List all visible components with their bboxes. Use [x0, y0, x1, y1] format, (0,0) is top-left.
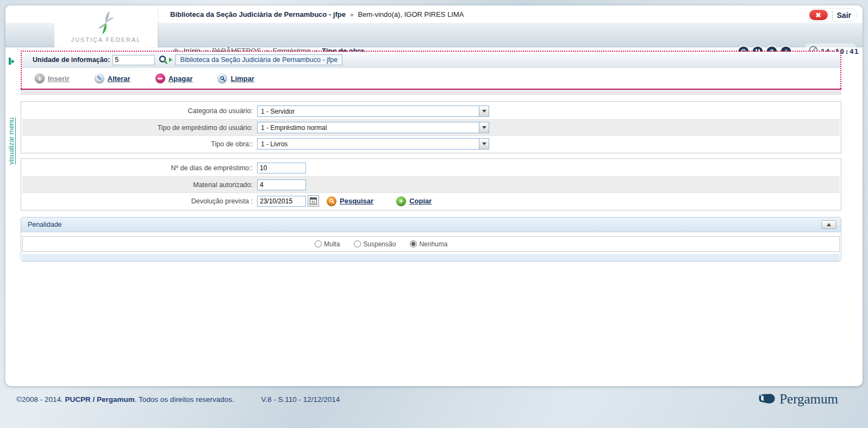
- library-title: Biblioteca da Seção Judiciária de Pernam…: [170, 10, 346, 18]
- copyright-prefix: ©2008 - 2014.: [16, 395, 63, 404]
- divider: [832, 10, 833, 20]
- copy-button[interactable]: + Copiar: [396, 196, 432, 206]
- expand-triangle: [11, 59, 15, 64]
- page-title: Biblioteca da Seção Judiciária de Pernam…: [170, 10, 464, 18]
- unit-label: Unidade de informação:: [33, 56, 110, 64]
- crud-toolbar: + Inserir ✎ Alterar Apagar Limpar: [22, 68, 840, 89]
- form-row-tipo-emprestimo: Tipo de empréstimo do usuário: 1 - Empré…: [22, 119, 840, 135]
- alter-label: Alterar: [108, 75, 130, 83]
- copyright-suffix: . Todos os direitos reservados.: [135, 395, 234, 404]
- penalty-radio-row: Multa Suspensão Nenhuma: [22, 236, 840, 252]
- nenhuma-label[interactable]: Nenhuma: [419, 240, 447, 248]
- clear-label: Limpar: [230, 75, 254, 83]
- select-value: 1 - Empréstimo normal: [258, 122, 479, 133]
- tipo-obra-select[interactable]: 1 - Livros: [257, 138, 489, 150]
- unit-search-icon[interactable]: [158, 55, 168, 65]
- insert-label: Inserir: [48, 75, 70, 83]
- pergamum-logo-icon: [758, 392, 776, 407]
- clear-button[interactable]: Limpar: [217, 73, 254, 83]
- plus-icon: +: [396, 196, 406, 206]
- form-row-categoria: Categoria do usuário: 1 - Servidor: [22, 103, 840, 119]
- material-autorizado-input[interactable]: [257, 179, 306, 190]
- field-label: Tipo de obra::: [22, 140, 257, 148]
- form-row-devolucao: Devolução prevista : 31 Pesquisar + Copi…: [22, 193, 840, 209]
- radio-multa[interactable]: Multa: [315, 240, 340, 248]
- penalty-title: Penalidade: [28, 221, 62, 228]
- categoria-select[interactable]: 1 - Servidor: [257, 106, 489, 117]
- unit-section: Unidade de informação: Biblioteca da Seç…: [21, 51, 841, 89]
- search-label: Pesquisar: [340, 197, 373, 205]
- main-panel: Biblioteca da Seção Judiciária de Pernam…: [5, 5, 863, 386]
- select-group: Categoria do usuário: 1 - Servidor Tipo …: [21, 101, 841, 153]
- penalty-footer-strip: [22, 254, 840, 261]
- form-row-tipo-obra: Tipo de obra:: 1 - Livros: [22, 135, 840, 152]
- plus-icon: +: [35, 73, 45, 83]
- calendar-icon: 31: [310, 197, 317, 204]
- delete-label: Apagar: [168, 75, 193, 83]
- tipo-emprestimo-select[interactable]: 1 - Empréstimo normal: [257, 122, 489, 133]
- edit-icon: ✎: [95, 73, 104, 83]
- radio-suspensao[interactable]: Suspensão: [354, 240, 396, 248]
- penalty-panel: Penalidade Multa Suspensão Nenhuma: [21, 217, 841, 262]
- devolucao-prevista-input[interactable]: [257, 196, 306, 207]
- expand-bar: [9, 58, 11, 65]
- close-icon: ✖: [809, 10, 828, 20]
- collapse-button[interactable]: [821, 220, 836, 229]
- brand-name: PUCPR / Pergamum: [65, 395, 135, 404]
- field-label: Nº de dias de empréstimo::: [22, 164, 257, 172]
- clear-search-icon: [217, 73, 227, 83]
- search-button[interactable]: Pesquisar: [327, 196, 373, 206]
- suspensao-label[interactable]: Suspensão: [363, 240, 396, 248]
- left-sidebar: visualizar menu: [5, 48, 22, 386]
- dias-emprestimo-input[interactable]: [257, 163, 306, 173]
- penalty-body: Multa Suspensão Nenhuma: [21, 232, 841, 261]
- justica-federal-caption: JUSTIÇA FEDERAL: [71, 36, 141, 43]
- unit-bar: Unidade de informação: Biblioteca da Seç…: [22, 52, 840, 68]
- field-label: Categoria do usuário:: [22, 107, 257, 115]
- minus-icon: [155, 73, 165, 83]
- gray-divider: [21, 90, 841, 95]
- chevron-down-icon[interactable]: [479, 122, 489, 133]
- nenhuma-radio[interactable]: [410, 240, 417, 247]
- copy-label: Copiar: [409, 197, 432, 205]
- field-label: Devolução prevista :: [22, 197, 257, 205]
- welcome-text: Bem-vindo(a), IGOR PIRES LIMA: [358, 10, 464, 18]
- alter-button[interactable]: ✎ Alterar: [95, 73, 130, 83]
- justica-federal-logo-mark: [93, 10, 118, 35]
- chevron-down-icon[interactable]: [479, 139, 489, 149]
- radio-nenhuma[interactable]: Nenhuma: [410, 240, 447, 248]
- title-separator: »: [348, 10, 356, 18]
- insert-button[interactable]: + Inserir: [35, 73, 70, 83]
- multa-label[interactable]: Multa: [324, 240, 340, 248]
- page: { "header": { "title": "Biblioteca da Se…: [0, 0, 868, 428]
- select-value: 1 - Livros: [258, 139, 479, 149]
- justica-federal-logo: JUSTIÇA FEDERAL: [54, 5, 158, 47]
- logout-label: Sair: [837, 11, 851, 20]
- suspensao-radio[interactable]: [354, 240, 361, 247]
- pergamum-logo: Pergamum: [758, 392, 838, 407]
- field-label: Tipo de empréstimo do usuário:: [22, 124, 257, 132]
- pergamum-logo-text: Pergamum: [779, 392, 838, 407]
- multa-radio[interactable]: [315, 240, 322, 247]
- select-value: 1 - Servidor: [258, 106, 479, 116]
- input-group: Nº de dias de empréstimo:: Material auto…: [21, 158, 841, 210]
- content-area: Unidade de informação: Biblioteca da Seç…: [21, 51, 841, 262]
- calendar-button[interactable]: 31: [308, 195, 319, 207]
- expand-menu-icon[interactable]: [9, 58, 15, 65]
- form-row-material: Material autorizado:: [22, 176, 840, 193]
- version-text: V.8 - S.110 - 12/12/2014: [261, 395, 340, 404]
- field-label: Material autorizado:: [22, 181, 257, 189]
- chevron-down-icon[interactable]: [479, 106, 489, 116]
- search-icon: [327, 196, 336, 206]
- unit-name-box: Biblioteca da Seção Judiciária de Pernam…: [175, 54, 342, 65]
- chevron-up-icon: [827, 223, 831, 226]
- delete-button[interactable]: Apagar: [155, 73, 193, 83]
- footer-copyright: ©2008 - 2014. PUCPR / Pergamum. Todos os…: [16, 395, 340, 404]
- visualize-menu-toggle[interactable]: visualizar menu: [8, 117, 15, 165]
- logout-button[interactable]: ✖ Sair: [808, 8, 857, 22]
- penalty-header: Penalidade: [21, 218, 841, 232]
- unit-code-input[interactable]: [113, 55, 155, 65]
- unit-arrow-icon: [169, 58, 172, 62]
- form-row-dias: Nº de dias de empréstimo::: [22, 160, 840, 176]
